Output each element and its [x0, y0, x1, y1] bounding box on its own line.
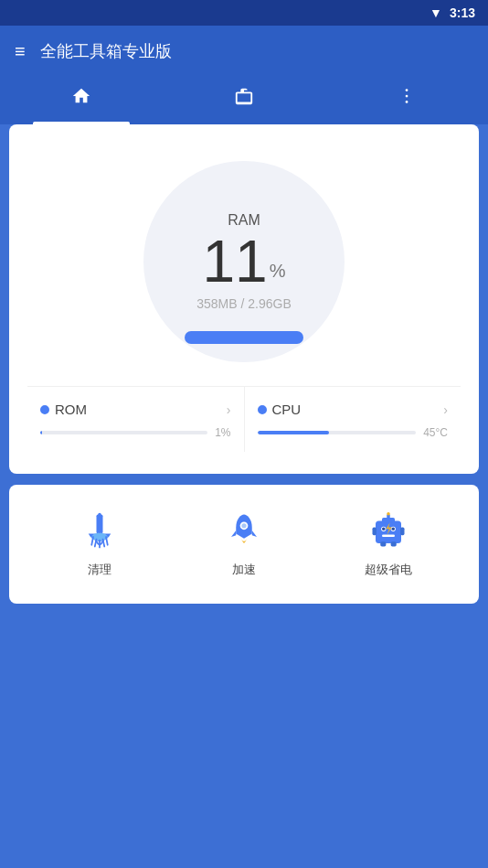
rom-dot — [40, 405, 49, 414]
boost-icon-wrap — [220, 507, 268, 554]
status-bar: ▼ 3:13 — [0, 0, 488, 26]
cpu-label: CPU — [272, 402, 302, 417]
svg-line-8 — [95, 540, 97, 547]
svg-rect-5 — [98, 513, 101, 534]
status-bar-right: ▼ 3:13 — [430, 5, 475, 20]
nav-tabs — [0, 77, 488, 124]
stats-row: ROM › 1% CPU › — [27, 386, 461, 452]
main-card: RAM 11 % 358MB / 2.96GB ROM › — [9, 124, 479, 474]
tools-section: 清理 加速 — [9, 485, 479, 604]
svg-rect-22 — [382, 534, 395, 537]
rom-value: 1% — [215, 426, 230, 439]
boost-label: 加速 — [232, 562, 256, 578]
ram-detail: 358MB / 2.96GB — [196, 296, 292, 311]
briefcase-icon — [234, 86, 254, 111]
tool-power[interactable]: 超级省电 — [365, 507, 412, 578]
tab-more[interactable] — [325, 77, 488, 124]
svg-point-1 — [406, 94, 408, 97]
cpu-bar-fill — [258, 431, 329, 434]
ram-label: RAM — [228, 212, 260, 229]
svg-point-2 — [406, 101, 408, 103]
stat-title-row-rom: ROM — [40, 402, 87, 417]
rom-bar-fill — [40, 431, 42, 434]
cpu-bar-bg — [258, 431, 417, 434]
clean-icon-wrap — [76, 507, 123, 554]
cpu-dot — [258, 405, 267, 414]
svg-point-20 — [382, 528, 386, 531]
stat-header-cpu: CPU › — [258, 402, 449, 417]
broom-icon — [80, 511, 119, 550]
cpu-bar-row: 45°C — [258, 426, 449, 439]
home-icon — [71, 86, 91, 111]
wifi-icon: ▼ — [430, 5, 442, 20]
top-bar: ≡ 全能工具箱专业版 — [0, 26, 488, 77]
svg-rect-24 — [400, 528, 404, 536]
gauge-arc — [185, 331, 303, 344]
svg-line-10 — [103, 540, 105, 547]
svg-point-17 — [387, 512, 390, 516]
ram-number: 11 — [203, 232, 268, 291]
svg-point-13 — [241, 523, 246, 528]
svg-rect-23 — [373, 528, 377, 536]
ram-section: RAM 11 % 358MB / 2.96GB — [27, 143, 461, 371]
svg-point-0 — [406, 89, 408, 91]
power-icon-wrap — [365, 507, 412, 554]
rom-chevron-icon: › — [227, 402, 231, 417]
menu-icon[interactable]: ≡ — [15, 41, 26, 62]
time-display: 3:13 — [450, 5, 475, 20]
stat-title-row-cpu: CPU — [258, 402, 302, 417]
stat-header-rom: ROM › — [40, 402, 231, 417]
ram-percent-sign: % — [270, 261, 286, 282]
gauge-container: RAM 11 % 358MB / 2.96GB — [143, 161, 345, 362]
rocket-icon — [225, 511, 263, 550]
tab-home[interactable] — [0, 77, 163, 124]
stat-block-rom[interactable]: ROM › 1% — [27, 387, 244, 452]
stat-block-cpu[interactable]: CPU › 45°C — [244, 387, 461, 452]
tab-work[interactable] — [163, 77, 325, 124]
power-label: 超级省电 — [365, 562, 412, 578]
tool-clean[interactable]: 清理 — [76, 507, 123, 578]
clean-label: 清理 — [88, 562, 111, 578]
rom-label: ROM — [55, 402, 87, 417]
ram-percent-row: 11 % — [203, 232, 286, 291]
svg-point-21 — [392, 528, 396, 531]
tool-boost[interactable]: 加速 — [220, 507, 268, 578]
svg-rect-26 — [391, 541, 397, 546]
cpu-value: 45°C — [423, 426, 448, 439]
rom-bar-row: 1% — [40, 426, 231, 439]
svg-rect-25 — [380, 541, 386, 546]
battery-save-icon — [369, 511, 408, 550]
app-title: 全能工具箱专业版 — [40, 40, 473, 62]
more-icon — [397, 86, 417, 111]
cpu-chevron-icon: › — [443, 402, 448, 417]
rom-bar-bg — [40, 431, 207, 434]
